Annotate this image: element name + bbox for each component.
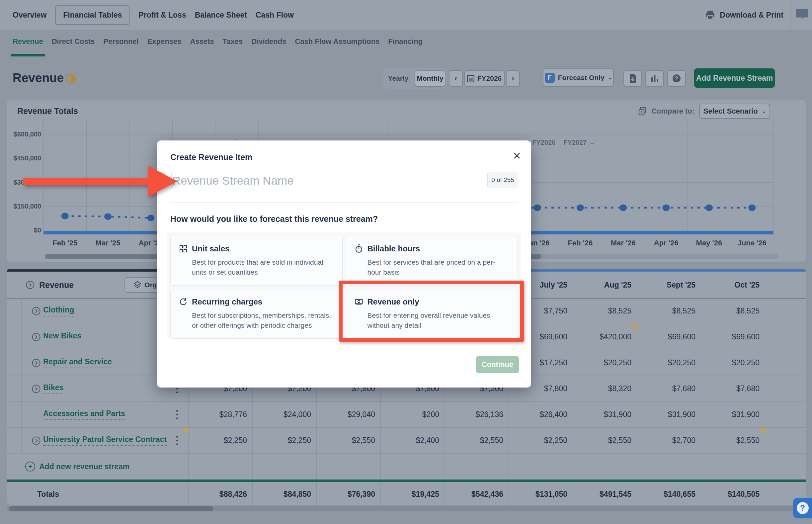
forecast-filter-dropdown[interactable]: F Forecast Only ⌄: [543, 68, 614, 87]
contrast-toggle-icon[interactable]: [62, 70, 80, 88]
month-gridline: [687, 119, 688, 231]
tab-direct-costs[interactable]: Direct Costs: [52, 37, 95, 55]
period-monthly-button[interactable]: Monthly: [415, 70, 445, 86]
value-cell[interactable]: $2,550: [445, 428, 509, 453]
row-name-cell: University Patrol Service Contract: [7, 428, 188, 453]
prev-period-button[interactable]: ‹: [449, 70, 463, 87]
add-revenue-stream-button[interactable]: Add Revenue Stream: [694, 68, 775, 88]
value-cell[interactable]: $200: [380, 402, 445, 427]
forecast-question: How would you like to forecast this reve…: [170, 214, 378, 224]
forecast-option-revenue-only[interactable]: Revenue only Best for entering overall r…: [346, 289, 518, 339]
chevron-circle-icon[interactable]: [32, 333, 40, 341]
value-cell[interactable]: $8,525: [573, 298, 637, 324]
tab-assets[interactable]: Assets: [190, 37, 214, 55]
row-menu-icon[interactable]: [173, 408, 180, 421]
value-cell[interactable]: $69,600: [637, 324, 701, 350]
chat-bubble-icon[interactable]: [795, 7, 809, 22]
value-cell[interactable]: $8,320: [573, 376, 637, 402]
value-cell[interactable]: $420,000: [573, 324, 637, 350]
value-cell[interactable]: $31,900: [637, 402, 701, 427]
help-fab-button[interactable]: ?: [793, 498, 812, 518]
revenue-stream-link[interactable]: Accessories and Parts: [43, 409, 125, 420]
value-cell[interactable]: $29,040: [316, 402, 380, 427]
scenario-label: Select Scenario: [703, 107, 758, 116]
value-cell[interactable]: $2,550: [573, 428, 637, 453]
revenue-stream-link[interactable]: New Bikes: [43, 331, 81, 342]
value-cell[interactable]: $8,525: [701, 298, 765, 324]
tab-cash-flow-assumptions[interactable]: Cash Flow Assumptions: [295, 37, 379, 55]
value-cell[interactable]: $20,250: [701, 350, 765, 376]
row-menu-icon[interactable]: [173, 434, 180, 447]
value-cell[interactable]: $24,000: [252, 402, 316, 427]
value-cell[interactable]: $2,550: [316, 428, 380, 453]
add-new-revenue-stream-link[interactable]: +Add new revenue stream: [7, 462, 130, 472]
tab-personnel[interactable]: Personnel: [103, 37, 138, 55]
value-cell[interactable]: $20,250: [637, 350, 701, 376]
revenue-stream-link[interactable]: Repair and Service: [43, 357, 112, 368]
help-button[interactable]: ?: [667, 70, 686, 87]
column-header: Oct '25: [701, 272, 765, 298]
value-cell[interactable]: $2,400: [380, 428, 445, 453]
revenue-stream-name-input[interactable]: [172, 171, 478, 190]
column-filler: [775, 454, 806, 479]
forecast-option-billable-hours[interactable]: Billable hours Best for services that ar…: [346, 236, 518, 285]
nav-item-profit-loss[interactable]: Profit & Loss: [139, 11, 186, 20]
value-cell[interactable]: $28,776: [188, 402, 252, 427]
value-cell[interactable]: $2,250: [509, 428, 573, 453]
value-cell[interactable]: $26,136: [445, 402, 509, 427]
option-title: Recurring charges: [192, 297, 262, 307]
tab-dividends[interactable]: Dividends: [251, 37, 286, 55]
tab-financing[interactable]: Financing: [388, 37, 422, 55]
modal-title: Create Revenue Item: [170, 152, 252, 162]
value-cell[interactable]: $2,550: [701, 428, 765, 453]
nav-item-balance-sheet[interactable]: Balance Sheet: [195, 11, 247, 20]
value-cell[interactable]: $2,250: [252, 428, 316, 453]
totals-value-cell: $19,425: [380, 482, 445, 506]
forecast-filter-label: Forecast Only: [558, 74, 604, 82]
option-title: Revenue only: [367, 297, 419, 307]
nav-item-overview[interactable]: Overview: [13, 11, 47, 20]
nav-item-cash-flow[interactable]: Cash Flow: [255, 11, 294, 20]
chart-view-button[interactable]: [645, 70, 664, 87]
fiscal-year-button[interactable]: FY2026: [464, 70, 504, 87]
revenue-stream-link[interactable]: Bikes: [43, 383, 63, 394]
close-icon[interactable]: ✕: [510, 148, 524, 163]
nav-item-financial-tables[interactable]: Financial Tables: [55, 5, 130, 25]
y-axis-label: $600,000: [11, 131, 41, 138]
modal-divider: [170, 202, 518, 202]
value-cell[interactable]: $31,900: [573, 402, 637, 427]
chevron-circle-icon[interactable]: [32, 359, 40, 367]
empty-cell: [573, 454, 637, 479]
value-cell[interactable]: $26,400: [509, 402, 573, 427]
period-yearly-button[interactable]: Yearly: [383, 75, 413, 82]
value-cell[interactable]: $2,250: [188, 428, 252, 453]
horizontal-scrollbar[interactable]: [7, 506, 806, 511]
download-print-button[interactable]: Download & Print: [720, 11, 783, 20]
value-cell[interactable]: $7,680: [701, 376, 765, 402]
export-file-button[interactable]: [624, 70, 642, 87]
value-cell[interactable]: $8,525: [637, 298, 701, 324]
value-cell[interactable]: $31,900: [701, 402, 765, 427]
value-cell[interactable]: $2,700: [637, 428, 701, 453]
select-scenario-dropdown[interactable]: Select Scenario ⌄: [699, 103, 770, 119]
value-cell[interactable]: $69,600: [701, 324, 765, 350]
continue-button[interactable]: Continue: [476, 356, 519, 373]
forecast-option-recurring-charges[interactable]: Recurring charges Best for subscriptions…: [170, 289, 343, 339]
forecast-option-unit-sales[interactable]: Unit sales Best for products that are so…: [170, 236, 343, 285]
revenue-stream-link[interactable]: Clothing: [43, 306, 74, 316]
tab-taxes[interactable]: Taxes: [223, 37, 243, 55]
financial-tabs: RevenueDirect CostsPersonnelExpensesAsse…: [13, 37, 422, 55]
tab-expenses[interactable]: Expenses: [147, 37, 182, 55]
value-cell[interactable]: $7,680: [637, 376, 701, 402]
tab-revenue[interactable]: Revenue: [13, 37, 43, 55]
forecast-icon: F: [545, 73, 555, 83]
horizontal-scrollbar-thumb[interactable]: [9, 506, 213, 511]
chevron-circle-icon[interactable]: [32, 307, 40, 315]
chevron-circle-icon[interactable]: [32, 436, 40, 445]
revenue-stream-link[interactable]: University Patrol Service Contract: [43, 435, 167, 446]
chevron-circle-icon[interactable]: [32, 384, 40, 393]
next-period-button[interactable]: ›: [506, 70, 520, 87]
x-axis-label: Mar '26: [601, 239, 645, 247]
x-axis-label: May '26: [687, 239, 731, 247]
value-cell[interactable]: $20,250: [573, 350, 637, 376]
